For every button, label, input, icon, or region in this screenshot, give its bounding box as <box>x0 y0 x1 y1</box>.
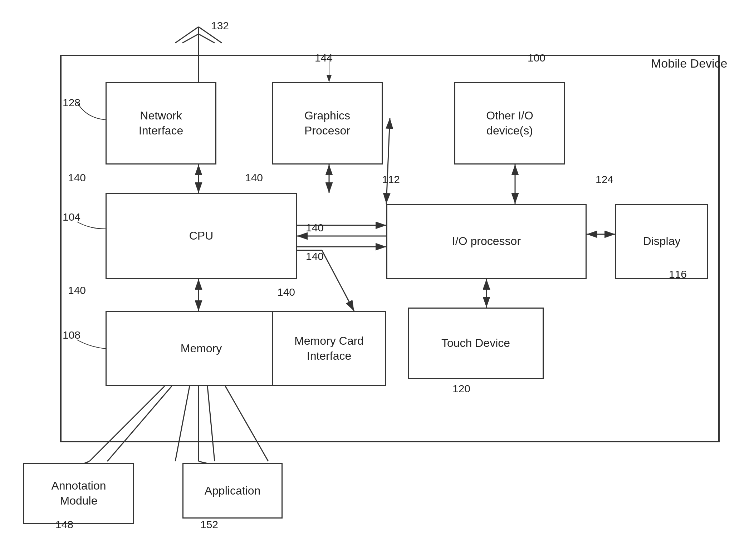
ref-140f: 140 <box>277 286 295 298</box>
svg-line-28 <box>175 386 190 461</box>
ref-100: 100 <box>528 52 545 64</box>
svg-line-29 <box>207 386 215 461</box>
memory-card-block: Memory Card Interface <box>272 311 386 386</box>
ref-112: 112 <box>382 173 400 186</box>
ref-140d: 140 <box>306 222 324 234</box>
svg-line-23 <box>89 386 165 461</box>
ref-140e: 140 <box>306 250 324 262</box>
ref-116: 116 <box>669 268 687 280</box>
ref-108: 108 <box>63 329 80 341</box>
graphics-processor-block: Graphics Procesor <box>272 82 383 164</box>
svg-line-9 <box>199 34 215 43</box>
ref-120: 120 <box>452 383 470 395</box>
ref-132: 132 <box>211 20 229 32</box>
diagram: Network Interface Graphics Procesor Othe… <box>0 0 754 560</box>
ref-148: 148 <box>55 519 73 531</box>
other-io-block: Other I/O device(s) <box>454 82 565 164</box>
svg-line-27 <box>107 386 172 461</box>
io-processor-block: I/O processor <box>386 204 587 279</box>
application-block: Application <box>182 463 283 519</box>
ref-140c: 140 <box>245 172 263 184</box>
svg-line-8 <box>182 34 199 43</box>
annotation-module-block: Annotation Module <box>23 463 134 524</box>
ref-144: 144 <box>315 52 333 64</box>
svg-line-19 <box>386 118 390 204</box>
ref-104: 104 <box>63 211 80 223</box>
network-interface-block: Network Interface <box>106 82 216 164</box>
ref-152: 152 <box>200 519 218 531</box>
touch-device-block: Touch Device <box>408 308 544 379</box>
cpu-block: CPU <box>106 193 297 279</box>
display-block: Display <box>615 204 708 279</box>
ref-140a: 140 <box>68 172 86 184</box>
memory-block: Memory <box>106 311 297 386</box>
mobile-device-label: Mobile Device <box>651 57 728 70</box>
svg-line-30 <box>225 386 268 461</box>
ref-128: 128 <box>63 97 80 109</box>
ref-140b: 140 <box>68 284 86 296</box>
ref-124: 124 <box>596 173 613 186</box>
svg-line-14 <box>322 250 354 311</box>
